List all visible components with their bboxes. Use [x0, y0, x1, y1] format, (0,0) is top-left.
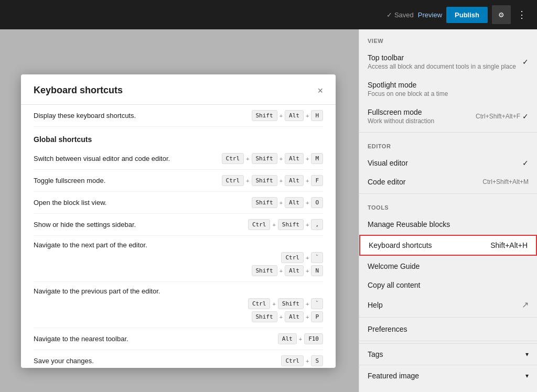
menu-item-code-editor[interactable]: Code editor Ctrl+Shift+Alt+M: [359, 172, 537, 191]
visual-editor-label: Visual editor: [368, 159, 522, 167]
modal-title: Keyboard shortcuts: [34, 85, 123, 96]
accordion-featured-image-label: Featured image: [368, 372, 419, 380]
ellipsis-icon: ⋮: [517, 9, 527, 20]
menu-item-copy-all[interactable]: Copy all content: [359, 276, 537, 295]
right-panel: VIEW Top toolbar Access all block and do…: [359, 29, 537, 392]
menu-item-keyboard-shortcuts[interactable]: Keyboard shortcuts Shift+Alt+H: [359, 235, 537, 256]
modal-header: Keyboard shortcuts ×: [21, 74, 336, 104]
menu-item-preferences[interactable]: Preferences: [359, 320, 537, 339]
saved-button[interactable]: ✓ Saved: [386, 11, 414, 19]
spotlight-desc: Focus on one block at a time: [368, 90, 529, 97]
help-label: Help: [368, 301, 522, 309]
divider-2: [359, 193, 537, 194]
check-icon: ✓: [386, 11, 392, 19]
accordion-tags-label: Tags: [368, 350, 383, 358]
copy-all-label: Copy all content: [368, 281, 420, 289]
global-shortcuts-title: Global shortcuts: [34, 127, 323, 148]
keyboard-shortcuts-shortcut: Shift+Alt+H: [490, 241, 528, 249]
gear-icon: ⚙: [498, 11, 504, 19]
top-toolbar-label: Top toolbar: [368, 53, 522, 62]
shortcut-navigate-prev: Navigate to the previous part of the edi…: [34, 282, 323, 328]
main-content: Keyboard shortcuts × Display these keybo…: [0, 29, 537, 392]
menu-item-top-toolbar[interactable]: Top toolbar Access all block and documen…: [359, 48, 537, 75]
divider-1: [359, 132, 537, 133]
divider-3: [359, 317, 537, 318]
shortcut-intro-keys: Shift + Alt + H: [252, 110, 324, 121]
fullscreen-desc: Work without distraction: [368, 117, 476, 125]
accordion-tags[interactable]: Tags ▾: [359, 343, 537, 365]
shortcut-fullscreen: Toggle fullscreen mode. Ctrl + Shift + A…: [34, 170, 323, 192]
menu-item-welcome-guide[interactable]: Welcome Guide: [359, 257, 537, 276]
modal-body[interactable]: Display these keyboard shortcuts. Shift …: [21, 104, 336, 368]
fullscreen-check: ✓: [522, 112, 529, 121]
menu-item-spotlight[interactable]: Spotlight mode Focus on one block at a t…: [359, 75, 537, 103]
top-toolbar-desc: Access all block and document tools in a…: [368, 63, 522, 70]
menu-item-fullscreen[interactable]: Fullscreen mode Work without distraction…: [359, 103, 537, 130]
tools-section-header: TOOLS: [359, 196, 537, 215]
top-toolbar: ✓ Saved Preview Publish ⚙ ⋮: [0, 0, 537, 29]
view-section-header: VIEW: [359, 29, 537, 48]
shortcut-intro-row: Display these keyboard shortcuts. Shift …: [34, 105, 323, 127]
accordion-featured-image[interactable]: Featured image ▾: [359, 365, 537, 386]
view-section: VIEW Top toolbar Access all block and do…: [359, 29, 537, 130]
modal-overlay: Keyboard shortcuts × Display these keybo…: [0, 29, 357, 392]
keyboard-shortcuts-label: Keyboard shortcuts: [369, 241, 432, 249]
shortcut-navigate-next: Navigate to the next part of the editor.…: [34, 236, 323, 282]
visual-editor-check: ✓: [522, 159, 529, 167]
chevron-down-icon-featured: ▾: [525, 372, 529, 379]
shortcut-save: Save your changes. Ctrl + S: [34, 350, 323, 368]
menu-item-help[interactable]: Help ↗: [359, 295, 537, 315]
top-toolbar-check: ✓: [522, 58, 529, 66]
spotlight-label: Spotlight mode: [368, 81, 529, 89]
fullscreen-shortcut: Ctrl+Shift+Alt+F: [476, 113, 520, 120]
settings-button[interactable]: ⚙: [492, 5, 511, 24]
shortcut-switch-editor: Switch between visual editor and code ed…: [34, 148, 323, 170]
chevron-down-icon: ▾: [525, 351, 529, 358]
preview-button[interactable]: Preview: [418, 11, 442, 19]
shortcut-nearest-toolbar: Navigate to the nearest toolbar. Alt + F…: [34, 328, 323, 350]
shortcut-intro-desc: Display these keyboard shortcuts.: [34, 112, 252, 119]
shortcut-settings-sidebar: Show or hide the settings sidebar. Ctrl …: [34, 214, 323, 236]
editor-section: EDITOR Visual editor ✓ Code editor Ctrl+…: [359, 135, 537, 191]
more-options-button[interactable]: ⋮: [515, 9, 529, 20]
shortcut-block-list: Open the block list view. Shift + Alt + …: [34, 192, 323, 214]
tools-section: TOOLS Manage Reusable blocks Keyboard sh…: [359, 196, 537, 315]
editor-section-header: EDITOR: [359, 135, 537, 154]
code-editor-shortcut: Ctrl+Shift+Alt+M: [482, 178, 529, 186]
preferences-label: Preferences: [368, 325, 407, 333]
manage-reusable-label: Manage Reusable blocks: [368, 220, 450, 228]
welcome-guide-label: Welcome Guide: [368, 262, 420, 270]
publish-button[interactable]: Publish: [446, 7, 488, 23]
keyboard-shortcuts-modal: Keyboard shortcuts × Display these keybo…: [21, 74, 336, 368]
key-shift: Shift: [252, 110, 277, 121]
external-link-icon: ↗: [522, 300, 529, 310]
saved-label: Saved: [394, 11, 414, 19]
modal-close-button[interactable]: ×: [317, 86, 323, 95]
code-editor-label: Code editor: [368, 178, 482, 186]
key-alt: Alt: [285, 110, 304, 121]
divider-4: [359, 341, 537, 341]
key-h: H: [311, 110, 323, 121]
fullscreen-label: Fullscreen mode: [368, 108, 476, 116]
menu-item-manage-reusable[interactable]: Manage Reusable blocks: [359, 215, 537, 234]
menu-item-visual-editor[interactable]: Visual editor ✓: [359, 154, 537, 172]
